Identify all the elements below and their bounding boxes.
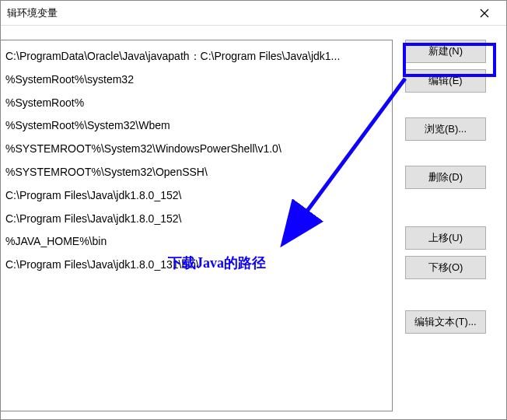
list-item[interactable]: %JAVA_HOME%\bin (1, 230, 392, 254)
list-item[interactable]: %SystemRoot%\system32 (1, 68, 392, 92)
env-var-edit-dialog: 辑环境变量 C:\ProgramData\Oracle\Java\javapat… (0, 0, 507, 420)
list-item[interactable]: C:\ProgramData\Oracle\Java\javapath：C:\P… (1, 45, 392, 68)
list-item[interactable]: %SYSTEMROOT%\System32\OpenSSH\ (1, 161, 392, 184)
path-listbox[interactable]: C:\ProgramData\Oracle\Java\javapath：C:\P… (1, 40, 393, 411)
list-item[interactable]: C:\Program Files\Java\jdk1.8.0_152\ (1, 184, 392, 208)
browse-button[interactable]: 浏览(B)... (405, 117, 486, 141)
list-item[interactable]: C:\Program Files\Java\jdk1.8.0_131\bin\ (1, 254, 392, 277)
move-up-button[interactable]: 上移(U) (405, 226, 486, 250)
delete-button[interactable]: 删除(D) (405, 166, 486, 189)
spacer (405, 99, 498, 117)
edit-button[interactable]: 编辑(E) (405, 69, 486, 93)
dialog-body: C:\ProgramData\Oracle\Java\javapath：C:\P… (1, 26, 506, 419)
spacer (405, 195, 498, 226)
spacer (405, 285, 498, 310)
close-button[interactable] (469, 2, 500, 25)
window-title: 辑环境变量 (7, 6, 469, 20)
edit-text-button[interactable]: 编辑文本(T)... (405, 310, 486, 334)
titlebar: 辑环境变量 (1, 1, 506, 26)
list-item[interactable]: C:\Program Files\Java\jdk1.8.0_152\ (1, 208, 392, 231)
spacer (405, 147, 498, 166)
move-down-button[interactable]: 下移(O) (405, 256, 486, 279)
list-item[interactable]: %SystemRoot% (1, 92, 392, 115)
button-column: 新建(N) 编辑(E) 浏览(B)... 删除(D) 上移(U) 下移(O) 编… (405, 40, 498, 411)
list-item[interactable]: %SYSTEMROOT%\System32\WindowsPowerShell\… (1, 138, 392, 161)
list-item[interactable]: %SystemRoot%\System32\Wbem (1, 114, 392, 138)
new-button[interactable]: 新建(N) (405, 40, 486, 63)
close-icon (480, 9, 489, 18)
